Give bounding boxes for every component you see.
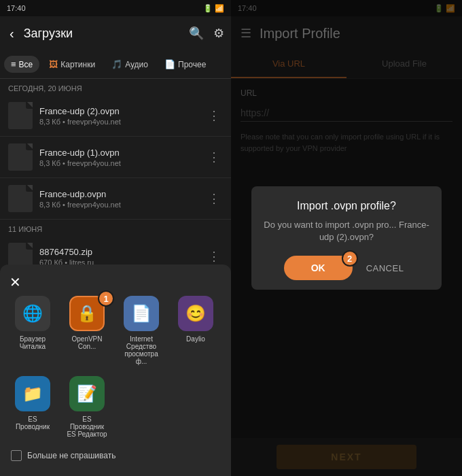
ok-button[interactable]: OK 2: [284, 256, 353, 280]
file-name: 88764750.zip: [39, 247, 205, 257]
left-header: ‹ Загрузки 🔍 ⚙: [0, 16, 231, 50]
app-internet[interactable]: 📄 Internet Средство просмотра ф...: [120, 296, 163, 365]
file-meta: 8,3 Кб • freevpn4you.net: [39, 159, 205, 167]
filter-tabs: ≡ Все 🖼 Картинки 🎵 Аудио 📄 Прочее: [0, 50, 231, 79]
other-icon: 📄: [164, 59, 175, 69]
file-info: France-udp (2).ovpn 8,3 Кб • freevpn4you…: [39, 106, 205, 126]
images-icon: 🖼: [49, 59, 58, 69]
es2-icon: 📝: [69, 376, 105, 411]
no-ask-checkbox[interactable]: [11, 450, 22, 461]
audio-icon: 🎵: [111, 59, 122, 69]
tab-audio[interactable]: 🎵 Аудио: [105, 56, 155, 73]
badge-2: 2: [342, 250, 358, 267]
file-info: France-udp.ovpn 8,3 Кб • freevpn4you.net: [39, 189, 205, 209]
more-icon[interactable]: ⋮: [205, 147, 223, 167]
apps-row-2: 📁 ES Проводник 📝 ES Проводник ES Редакто…: [11, 376, 220, 446]
cancel-button[interactable]: CANCEL: [361, 256, 410, 280]
app-label: Internet Средство просмотра ф...: [120, 335, 163, 365]
dialog-title: Import .ovpn profile?: [262, 200, 431, 212]
dialog-body: Do you want to import .ovpn pro... Franc…: [262, 219, 431, 243]
file-icon: [8, 143, 33, 171]
file-meta: 8,3 Кб • freevpn4you.net: [39, 201, 205, 209]
dialog-overlay: Import .ovpn profile? Do you want to imp…: [231, 0, 462, 476]
file-name: France-udp.ovpn: [39, 189, 205, 199]
file-info: 88764750.zip 670 Кб • litres.ru: [39, 247, 205, 267]
file-icon: [8, 102, 33, 129]
left-panel: 17:40 🔋 📶 ‹ Загрузки 🔍 ⚙ ≡ Все 🖼 Картинк…: [0, 0, 231, 476]
list-icon: ≡: [11, 59, 16, 69]
share-sheet: ✕ 🌐 Браузер Читалка 1 🔒 OpenVPN Con... 📄…: [0, 265, 231, 476]
file-name: France-udp (1).ovpn: [39, 148, 205, 158]
back-button[interactable]: ‹: [7, 23, 17, 44]
list-item[interactable]: France-udp (1).ovpn 8,3 Кб • freevpn4you…: [0, 137, 231, 178]
page-title: Загрузки: [24, 27, 182, 41]
apps-row-1: 🌐 Браузер Читалка 1 🔒 OpenVPN Con... 📄 I…: [11, 275, 220, 376]
right-panel: 17:40 🔋 📶 ☰ Import Profile Via URL Uploa…: [231, 0, 462, 476]
left-status-bar: 17:40 🔋 📶: [0, 0, 231, 16]
no-ask-row: Больше не спрашивать: [11, 446, 220, 465]
app-label: ES Проводник ES Редактор: [65, 415, 109, 438]
close-icon[interactable]: ✕: [10, 274, 21, 290]
app-es1[interactable]: 📁 ES Проводник: [11, 376, 54, 438]
no-ask-label: Больше не спрашивать: [27, 451, 116, 460]
left-status-icons: 🔋 📶: [203, 4, 224, 13]
app-openvpn[interactable]: 1 🔒 OpenVPN Con...: [65, 296, 109, 365]
app-browser[interactable]: 🌐 Браузер Читалка: [11, 296, 54, 365]
header-actions: 🔍 ⚙: [189, 26, 224, 41]
list-item[interactable]: France-udp (2).ovpn 8,3 Кб • freevpn4you…: [0, 95, 231, 137]
import-dialog: Import .ovpn profile? Do you want to imp…: [251, 186, 442, 290]
app-label: OpenVPN Con...: [65, 335, 109, 350]
app-es2[interactable]: 📝 ES Проводник ES Редактор: [65, 376, 109, 438]
search-icon[interactable]: 🔍: [189, 26, 204, 41]
section-header-june: 11 ИЮНЯ: [0, 220, 231, 236]
app-daylio[interactable]: 😊 Daylio: [174, 296, 217, 365]
es1-icon: 📁: [15, 376, 50, 411]
file-name: France-udp (2).ovpn: [39, 106, 205, 116]
file-icon: [8, 185, 33, 212]
settings-icon[interactable]: ⚙: [213, 26, 224, 41]
left-time: 17:40: [7, 4, 26, 12]
app-label: Daylio: [186, 335, 205, 343]
file-info: France-udp (1).ovpn 8,3 Кб • freevpn4you…: [39, 148, 205, 167]
list-item[interactable]: France-udp.ovpn 8,3 Кб • freevpn4you.net…: [0, 178, 231, 220]
internet-icon: 📄: [124, 296, 159, 331]
browser-icon: 🌐: [15, 296, 50, 331]
app-label: Браузер Читалка: [11, 335, 54, 350]
badge-1: 1: [98, 290, 114, 307]
more-icon[interactable]: ⋮: [205, 188, 223, 209]
daylio-icon: 😊: [178, 296, 213, 331]
section-header-today: СЕГОДНЯ, 20 ИЮНЯ: [0, 79, 231, 95]
more-icon[interactable]: ⋮: [205, 246, 223, 267]
app-label: ES Проводник: [11, 415, 54, 430]
tab-images[interactable]: 🖼 Картинки: [42, 56, 102, 73]
dialog-actions: OK 2 CANCEL: [262, 256, 431, 280]
more-icon[interactable]: ⋮: [205, 105, 223, 126]
tab-all[interactable]: ≡ Все: [4, 56, 39, 73]
tab-other[interactable]: 📄 Прочее: [158, 56, 213, 73]
file-meta: 8,3 Кб • freevpn4you.net: [39, 118, 205, 126]
